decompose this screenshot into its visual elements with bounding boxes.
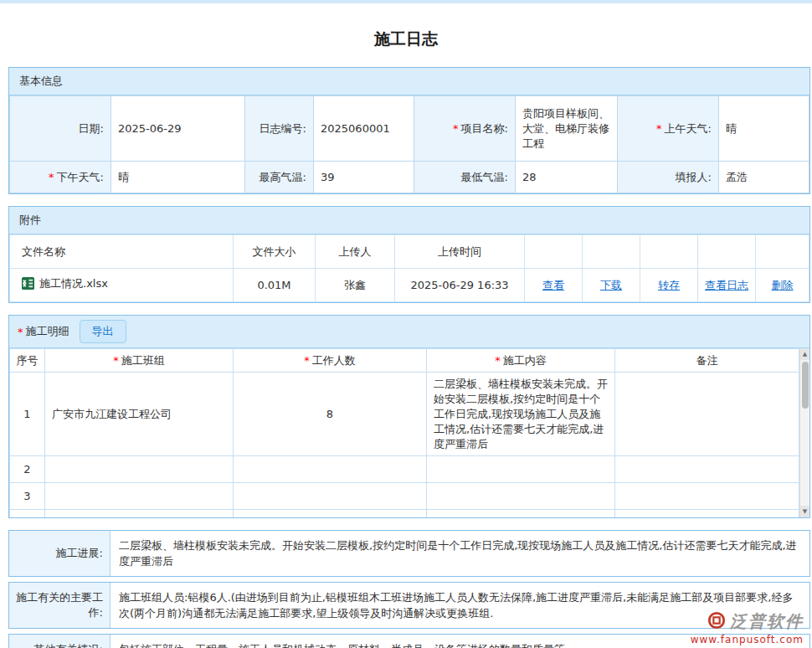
field-label-max-temp: 最高气温: (245, 162, 314, 193)
attachment-view-link[interactable]: 查看 (542, 279, 564, 291)
field-value-morning-weather: 晴 (719, 96, 809, 162)
detail-cell-team (45, 456, 234, 483)
detail-cell-workers: 8 (234, 373, 427, 456)
field-label-morning-weather: *上午天气: (618, 96, 719, 162)
detail-col-remark: 备注 (615, 349, 799, 373)
attachment-download-link[interactable]: 下载 (600, 279, 622, 291)
construction-progress-label: 施工进展: (9, 531, 110, 576)
required-mark: * (49, 171, 54, 183)
construction-progress-value: 二层梁板、墙柱模板安装未完成。开始安装二层模板,按约定时间是十个工作日完成,现按… (110, 531, 809, 576)
attachment-upload-time: 2025-06-29 16:33 (395, 269, 525, 302)
required-mark: * (304, 354, 310, 367)
detail-cell-index: 3 (10, 483, 45, 510)
attachment-row: 施工情况.xlsx 0.01M 张鑫 2025-06-29 16:33 查看 下… (10, 269, 809, 302)
detail-table: 序号 *施工班组 *工作人数 *施工内容 备注 1 广安市九江建设工程公司 8 … (9, 348, 799, 517)
max-temp-label: 最高气温: (260, 171, 306, 183)
detail-panel: * 施工明细 导出 序号 *施工班组 *工作人数 *施工内容 备注 1 广安市九… (8, 315, 810, 518)
construction-progress-row: 施工进展: 二层梁板、墙柱模板安装未完成。开始安装二层模板,按约定时间是十个工作… (8, 530, 810, 577)
attachments-col-action-3 (640, 235, 698, 269)
field-value-log-number: 2025060001 (314, 96, 414, 162)
detail-cell-workers (234, 456, 427, 483)
attachments-col-action-1 (525, 235, 583, 269)
basic-info-table: 日期: 2025-06-29 日志编号: 2025060001 *项目名称: 贵… (9, 95, 809, 193)
detail-row: 3 (10, 483, 799, 510)
attachments-col-action-2 (583, 235, 640, 269)
detail-row: 4 (10, 510, 799, 518)
scroll-thumb[interactable] (802, 362, 809, 409)
field-label-reporter: 填报人: (618, 162, 719, 193)
required-mark: * (18, 326, 23, 338)
attachments-panel: 附件 文件名称 文件大小 上传人 上传时间 (8, 206, 810, 303)
attachments-col-uploadtime: 上传时间 (395, 235, 525, 269)
attachment-view-log-link[interactable]: 查看日志 (705, 279, 748, 291)
field-value-date: 2025-06-29 (111, 96, 245, 162)
detail-cell-content: 二层梁板、墙柱模板安装未完成。开始安装二层模板,按约定时间是十个工作日完成,现按… (427, 373, 615, 456)
required-mark: * (453, 122, 459, 135)
fanpu-logo-icon (707, 611, 726, 632)
attachments-header-row: 文件名称 文件大小 上传人 上传时间 (10, 235, 809, 269)
detail-cell-remark (615, 483, 799, 510)
attachment-action-cell: 下载 (583, 269, 640, 302)
detail-cell-content (427, 456, 615, 483)
attachment-action-cell: 查看日志 (698, 269, 756, 302)
detail-cell-remark (615, 373, 799, 456)
detail-header-title: 施工明细 (26, 324, 69, 339)
field-value-afternoon-weather: 晴 (111, 162, 245, 193)
main-work-label: 施工有关的主要工作: (9, 583, 110, 628)
field-label-afternoon-weather: *下午天气: (10, 162, 111, 193)
field-value-reporter: 孟浩 (719, 162, 809, 193)
attachments-col-action-4 (698, 235, 756, 269)
detail-cell-content (427, 510, 615, 518)
detail-cell-index: 2 (10, 456, 45, 483)
field-label-min-temp: 最低气温: (414, 162, 516, 193)
required-mark: * (113, 354, 119, 367)
content-col-label: 施工内容 (503, 354, 547, 367)
detail-col-index: 序号 (10, 349, 45, 373)
scroll-up-arrow-icon[interactable]: ▲ (800, 348, 810, 360)
required-mark: * (656, 122, 662, 135)
scroll-down-arrow-icon[interactable]: ▼ (800, 506, 810, 517)
export-button[interactable]: 导出 (80, 320, 126, 343)
attachment-action-cell: 删除 (756, 269, 809, 302)
log-number-label: 日志编号: (260, 122, 306, 135)
attachments-header: 附件 (9, 207, 809, 234)
detail-header: * 施工明细 导出 (9, 316, 809, 348)
detail-cell-index: 4 (10, 510, 45, 518)
field-value-min-temp: 28 (516, 162, 618, 193)
detail-col-team: *施工班组 (45, 349, 234, 373)
detail-col-workers: *工作人数 (234, 349, 427, 373)
attachments-col-uploader: 上传人 (316, 235, 395, 269)
page-title: 施工日志 (0, 3, 812, 67)
field-value-project-name: 贵阳项目样板间、大堂、电梯厅装修工程 (516, 96, 618, 162)
field-value-max-temp: 39 (314, 162, 414, 193)
attachments-table: 文件名称 文件大小 上传人 上传时间 施工情况.xl (9, 234, 809, 302)
afternoon-weather-label: 下午天气: (57, 171, 104, 183)
attachment-file-size: 0.01M (234, 269, 316, 302)
fanpu-brand-text: 泛普软件 (730, 610, 804, 633)
detail-vertical-scrollbar[interactable]: ▲ ▼ (799, 348, 809, 517)
attachment-file-name: 施工情况.xlsx (39, 277, 108, 290)
morning-weather-label: 上午天气: (665, 122, 712, 135)
attachments-col-filename: 文件名称 (10, 235, 234, 269)
required-mark: * (495, 354, 501, 367)
detail-row: 2 (10, 456, 799, 483)
attachment-action-cell: 查看 (525, 269, 583, 302)
basic-info-header: 基本信息 (9, 68, 809, 95)
field-label-project-name: *项目名称: (414, 96, 516, 162)
detail-table-viewport: 序号 *施工班组 *工作人数 *施工内容 备注 1 广安市九江建设工程公司 8 … (9, 348, 809, 517)
attachments-col-action-5 (756, 235, 809, 269)
field-label-date: 日期: (10, 96, 111, 162)
attachment-transfer-link[interactable]: 转存 (658, 279, 680, 291)
detail-cell-content (427, 483, 615, 510)
attachments-col-filesize: 文件大小 (234, 235, 316, 269)
attachment-delete-link[interactable]: 删除 (772, 279, 794, 291)
fanpu-logo: 泛普软件 www.fanpusoft.com (691, 610, 804, 645)
field-label-log-number: 日志编号: (245, 96, 314, 162)
detail-cell-team (45, 483, 234, 510)
attachment-file-cell: 施工情况.xlsx (10, 269, 234, 302)
reporter-label: 填报人: (676, 171, 712, 183)
attachment-action-cell: 转存 (640, 269, 698, 302)
detail-col-content: *施工内容 (427, 349, 615, 373)
min-temp-label: 最低气温: (461, 171, 508, 183)
excel-file-icon (22, 277, 34, 294)
